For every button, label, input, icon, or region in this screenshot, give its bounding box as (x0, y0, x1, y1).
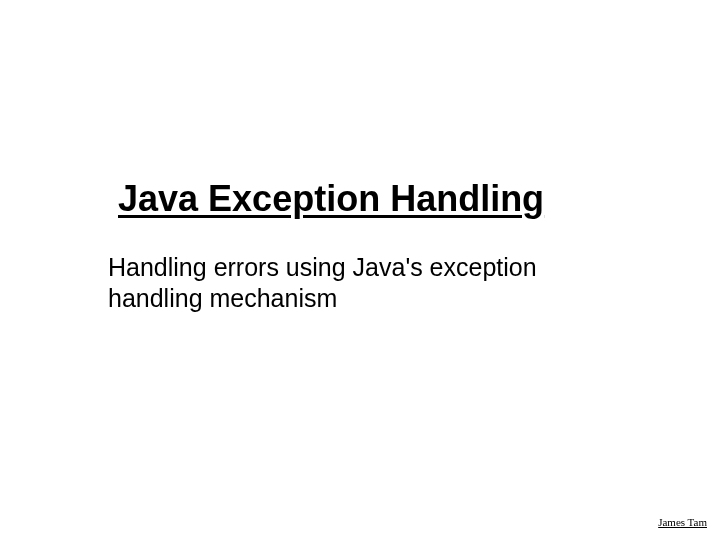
slide-title: Java Exception Handling (118, 178, 544, 220)
author-label: James Tam (658, 516, 707, 528)
slide-subtitle: Handling errors using Java's exception h… (108, 252, 618, 315)
slide-container: Java Exception Handling Handling errors … (0, 0, 720, 540)
